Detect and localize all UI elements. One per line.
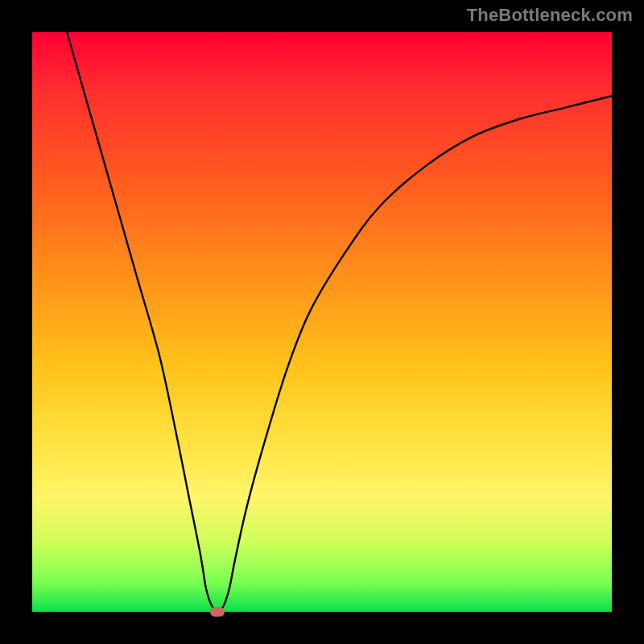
bottleneck-curve	[67, 32, 612, 612]
watermark-text: TheBottleneck.com	[467, 5, 633, 26]
minimum-marker	[210, 607, 225, 617]
plot-area	[32, 32, 612, 612]
chart-frame: TheBottleneck.com	[0, 0, 644, 644]
curve-svg	[32, 32, 612, 612]
